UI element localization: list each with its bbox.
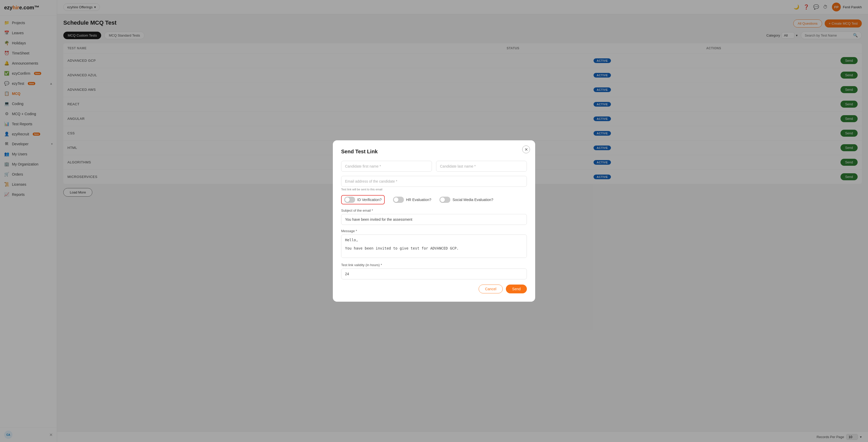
- message-textarea[interactable]: [341, 234, 527, 258]
- hr-evaluation-label: HR Evaluation?: [406, 198, 431, 202]
- hr-evaluation-toggle-item: HR Evaluation?: [393, 197, 431, 203]
- id-verification-toggle-item: ID Verification?: [341, 195, 385, 204]
- send-button[interactable]: Send: [506, 285, 527, 293]
- last-name-field: [436, 161, 527, 172]
- hr-evaluation-toggle[interactable]: [393, 197, 404, 203]
- toggle-knob: [440, 197, 445, 202]
- modal-footer: Cancel Send: [341, 285, 527, 293]
- validity-section: Test link validity (in hours) *: [341, 263, 527, 279]
- subject-section: Subject of the email *: [341, 209, 527, 225]
- subject-label: Subject of the email *: [341, 209, 527, 213]
- message-field: [341, 234, 527, 259]
- send-test-link-modal: Send Test Link ✕ Test link will be sent …: [333, 140, 535, 302]
- email-input[interactable]: [341, 176, 527, 187]
- toggle-knob: [345, 197, 350, 202]
- social-media-toggle-item: Social Media Evaluation?: [439, 197, 493, 203]
- subject-input[interactable]: [341, 214, 527, 225]
- first-name-field: [341, 161, 432, 172]
- message-section: Message *: [341, 229, 527, 259]
- id-verification-label: ID Verification?: [357, 198, 381, 202]
- email-row: Test link will be sent to this email: [341, 176, 527, 191]
- message-label: Message *: [341, 229, 527, 233]
- toggle-knob: [394, 197, 399, 202]
- first-name-input[interactable]: [341, 161, 432, 172]
- validity-input[interactable]: [341, 269, 527, 279]
- modal-overlay: Send Test Link ✕ Test link will be sent …: [0, 0, 868, 442]
- name-row: [341, 161, 527, 172]
- email-hint: Test link will be sent to this email: [341, 188, 527, 191]
- email-field: Test link will be sent to this email: [341, 176, 527, 191]
- validity-field: [341, 269, 527, 279]
- validity-label: Test link validity (in hours) *: [341, 263, 527, 267]
- social-media-toggle[interactable]: [439, 197, 451, 203]
- cancel-button[interactable]: Cancel: [478, 285, 503, 293]
- last-name-input[interactable]: [436, 161, 527, 172]
- subject-field: [341, 214, 527, 225]
- social-media-label: Social Media Evaluation?: [453, 198, 493, 202]
- toggles-row: ID Verification? HR Evaluation? Social M…: [341, 195, 527, 204]
- modal-close-button[interactable]: ✕: [522, 146, 530, 153]
- modal-title: Send Test Link: [341, 149, 527, 155]
- id-verification-toggle[interactable]: [344, 197, 355, 203]
